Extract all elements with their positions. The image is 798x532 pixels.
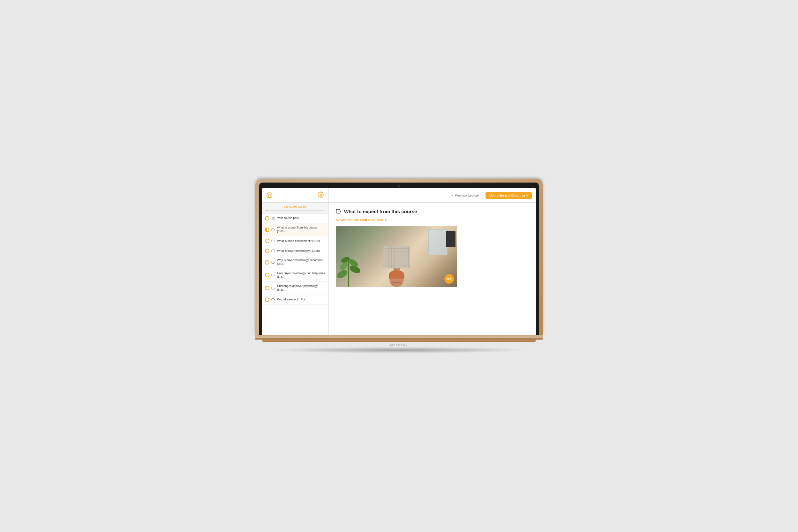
top-bar: < Previous Lecture Complete and Continue… — [262, 188, 536, 203]
status-circle-5 — [265, 273, 269, 277]
status-circle-7 — [265, 298, 269, 302]
plant-decoration — [337, 245, 360, 287]
svg-rect-14 — [272, 287, 274, 289]
content-area: What to expect from this course Download… — [329, 203, 536, 335]
macbook-base — [262, 340, 536, 342]
status-circle-3 — [265, 249, 269, 253]
progress-bar-fill — [266, 210, 267, 211]
camera-notch — [398, 185, 400, 187]
macbook-scene: < Previous Lecture Complete and Continue… — [255, 179, 543, 353]
sidebar: 2% COMPLETE — [262, 203, 329, 335]
svg-rect-16 — [272, 298, 274, 301]
sec-badge: SEC — [444, 274, 454, 284]
download-link[interactable]: Download the course outline > — [336, 218, 529, 222]
sidebar-item-why-buyer[interactable]: Why is buyer psychology important? (3:51… — [262, 256, 328, 269]
svg-point-0 — [320, 194, 322, 196]
sidebar-item-label-4: Why is buyer psychology important? (3:51… — [277, 259, 325, 266]
status-circle-4 — [265, 260, 269, 265]
sidebar-item-how-buyer[interactable]: How buyer psychology can help sales (6:3… — [262, 269, 328, 282]
progress-area: 2% COMPLETE — [262, 203, 328, 213]
video-icon-7 — [271, 298, 275, 302]
svg-rect-6 — [272, 240, 274, 242]
prev-lecture-button[interactable]: < Previous Lecture — [448, 192, 483, 199]
sidebar-item-what-to-expect[interactable]: What to expect from this course (2:02) — [262, 223, 328, 236]
sidebar-item-label-2: What is sales enablement? (1:52) — [277, 239, 320, 243]
home-icon[interactable] — [266, 191, 272, 199]
svg-point-21 — [337, 268, 349, 280]
progress-percent: 2% — [284, 205, 288, 208]
progress-bar-track — [266, 210, 325, 211]
progress-text: 2% COMPLETE — [266, 205, 325, 208]
sidebar-item-sales-enablement[interactable]: What is sales enablement? (1:52) — [262, 236, 328, 246]
macbook-label: MacBook — [255, 343, 543, 347]
status-circle-0 — [265, 216, 269, 221]
sidebar-top-icons — [262, 188, 329, 202]
speaker-decoration — [446, 231, 456, 247]
sidebar-item-label-5: How buyer psychology can help sales (6:3… — [277, 271, 325, 279]
content-header-buttons: < Previous Lecture Complete and Continue… — [329, 188, 536, 202]
svg-rect-8 — [272, 250, 274, 252]
macbook-device: < Previous Lecture Complete and Continue… — [255, 179, 543, 353]
video-icon-2 — [271, 239, 275, 243]
video-icon-6 — [271, 286, 275, 290]
sidebar-item-buyer-psychology[interactable]: What is buyer psychology? (3:38) — [262, 246, 328, 256]
sidebar-item-label-1: What to expect from this course (2:02) — [277, 226, 325, 233]
content-video-icon — [336, 208, 342, 214]
macbook-shadow — [268, 347, 530, 353]
status-circle-2 — [265, 239, 269, 243]
sidebar-item-challenges[interactable]: Challenges of buyer psychology (5:31) — [262, 282, 328, 294]
window-bg — [429, 229, 448, 255]
video-icon-5 — [271, 273, 275, 277]
complete-continue-button[interactable]: Complete and Continue > — [486, 192, 532, 199]
content-title: What to expect from this course — [344, 209, 417, 214]
macbook-bottom — [255, 335, 543, 340]
status-circle-6 — [265, 286, 269, 290]
gear-icon[interactable] — [318, 191, 324, 199]
video-icon-1 — [271, 228, 275, 232]
status-circle-1 — [265, 228, 269, 232]
sidebar-item-label-6: Challenges of buyer psychology (5:31) — [277, 284, 325, 292]
menu-icon-0 — [271, 216, 275, 220]
macbook-screen: < Previous Lecture Complete and Continue… — [262, 188, 536, 335]
sidebar-item-key-takeaways[interactable]: Key takeaways (1:11) — [262, 295, 328, 305]
svg-rect-10 — [272, 261, 274, 264]
macbook-lid: < Previous Lecture Complete and Continue… — [255, 179, 543, 335]
svg-rect-12 — [272, 274, 274, 277]
sidebar-item-label-3: What is buyer psychology? (3:38) — [277, 249, 320, 253]
sidebar-item-course-pack[interactable]: Your course pack — [262, 213, 328, 223]
sidebar-item-label-0: Your course pack — [277, 216, 299, 220]
sidebar-item-label-7: Key takeaways (1:11) — [277, 298, 305, 302]
content-title-row: What to expect from this course — [336, 208, 529, 214]
macbook-hinge — [255, 338, 543, 340]
svg-rect-18 — [337, 209, 340, 213]
person-figure — [383, 246, 410, 287]
video-thumbnail[interactable]: SEC — [336, 226, 457, 287]
main-layout: 2% COMPLETE — [262, 203, 536, 335]
screen-bezel: < Previous Lecture Complete and Continue… — [259, 183, 539, 335]
svg-rect-4 — [272, 228, 274, 231]
video-icon-3 — [271, 249, 275, 253]
video-background: SEC — [336, 226, 457, 287]
video-icon-4 — [271, 261, 275, 264]
